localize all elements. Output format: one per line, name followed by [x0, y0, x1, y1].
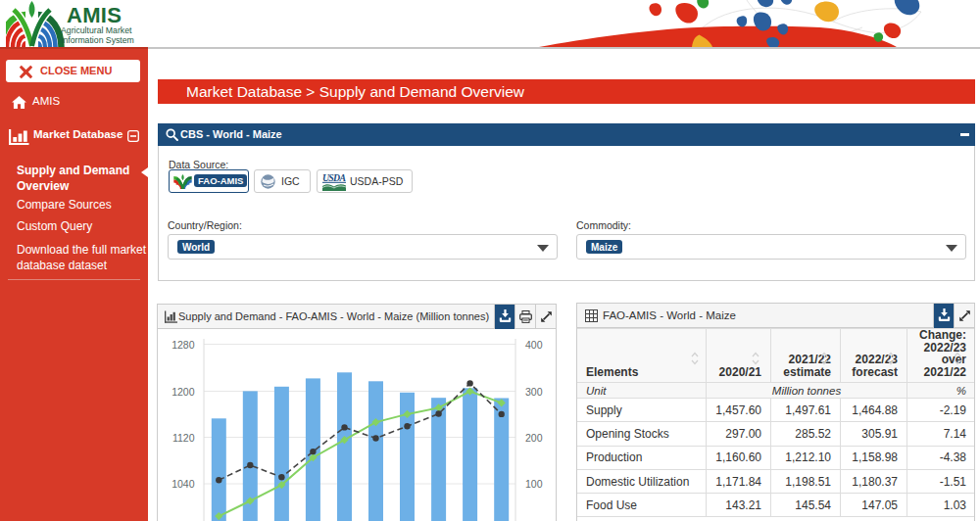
svg-text:200: 200 — [525, 432, 543, 444]
svg-text:1040: 1040 — [172, 478, 195, 490]
svg-text:AMIS: AMIS — [67, 3, 122, 27]
svg-text:400: 400 — [525, 339, 543, 351]
svg-text:Agricultural Market: Agricultural Market — [61, 25, 132, 35]
svg-text:300: 300 — [525, 386, 543, 398]
svg-text:1120: 1120 — [172, 432, 195, 444]
svg-text:100: 100 — [525, 478, 543, 490]
svg-text:Information System: Information System — [61, 35, 134, 45]
svg-text:1280: 1280 — [172, 339, 195, 351]
svg-text:1200: 1200 — [172, 386, 195, 398]
svg-text:USDA: USDA — [322, 172, 346, 183]
